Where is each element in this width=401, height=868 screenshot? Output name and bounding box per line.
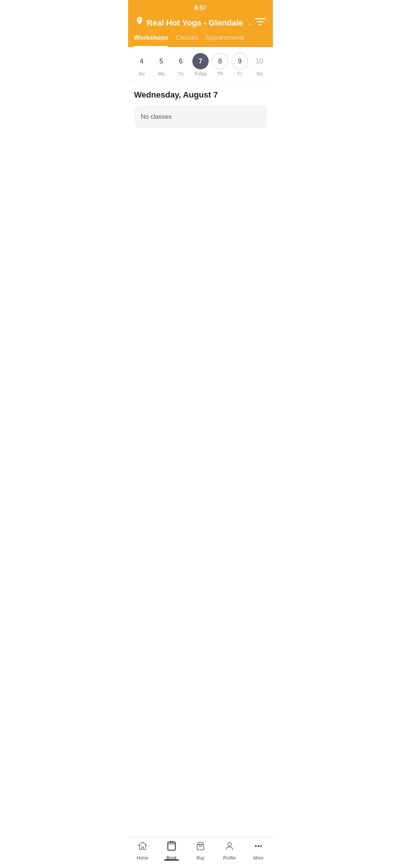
day-10-sa[interactable]: 10 Sa [251, 53, 267, 76]
status-time: 6:57 [195, 4, 206, 11]
day-number-9: 9 [232, 53, 248, 69]
day-label-today: Today [194, 71, 207, 76]
location-pin-icon [136, 17, 144, 29]
svg-rect-1 [257, 21, 264, 22]
day-8-th[interactable]: 8 Th [212, 53, 228, 76]
day-number-6: 6 [173, 53, 189, 69]
svg-rect-2 [259, 24, 262, 25]
status-bar: 6:57 [128, 0, 273, 14]
day-label-mo: Mo [158, 71, 164, 76]
day-9-fr[interactable]: 9 Fr [232, 53, 248, 76]
day-number-10: 10 [251, 53, 267, 69]
day-number-5: 5 [153, 53, 169, 69]
svg-rect-0 [255, 18, 265, 19]
tab-appointments[interactable]: Appointments [206, 34, 244, 47]
location-name: Real Hot Yoga - Glendale [147, 18, 243, 28]
header: Real Hot Yoga - Glendale ⌄ [128, 14, 273, 29]
day-6-tu[interactable]: 6 Tu [173, 53, 189, 76]
day-number-8: 8 [212, 53, 228, 69]
nav-tabs: Workshops Classes Appointments [128, 29, 273, 47]
filter-icon[interactable] [255, 17, 265, 29]
calendar-strip: 4 Su 5 Mo 6 Tu 7 Today 8 Th 9 Fr 10 Sa [128, 47, 273, 83]
tab-workshops[interactable]: Workshops [134, 34, 168, 47]
day-number-4: 4 [133, 53, 150, 69]
day-label-tu: Tu [178, 71, 184, 76]
day-5-mo[interactable]: 5 Mo [153, 53, 169, 76]
day-4-su[interactable]: 4 Su [133, 53, 150, 76]
chevron-down-icon: ⌄ [248, 20, 252, 27]
day-7-today[interactable]: 7 Today [192, 53, 209, 76]
day-label-th: Th [217, 71, 223, 76]
day-label-su: Su [138, 71, 144, 76]
no-classes-text: No classes [141, 113, 172, 120]
day-label-sa: Sa [257, 71, 263, 76]
location-wrapper[interactable]: Real Hot Yoga - Glendale ⌄ [136, 17, 255, 29]
main-content: Wednesday, August 7 No classes [128, 83, 273, 135]
day-number-7: 7 [192, 53, 209, 69]
tab-classes[interactable]: Classes [176, 34, 198, 47]
no-classes-card: No classes [134, 106, 267, 128]
date-heading: Wednesday, August 7 [134, 90, 267, 100]
day-label-fr: Fr [238, 71, 242, 76]
